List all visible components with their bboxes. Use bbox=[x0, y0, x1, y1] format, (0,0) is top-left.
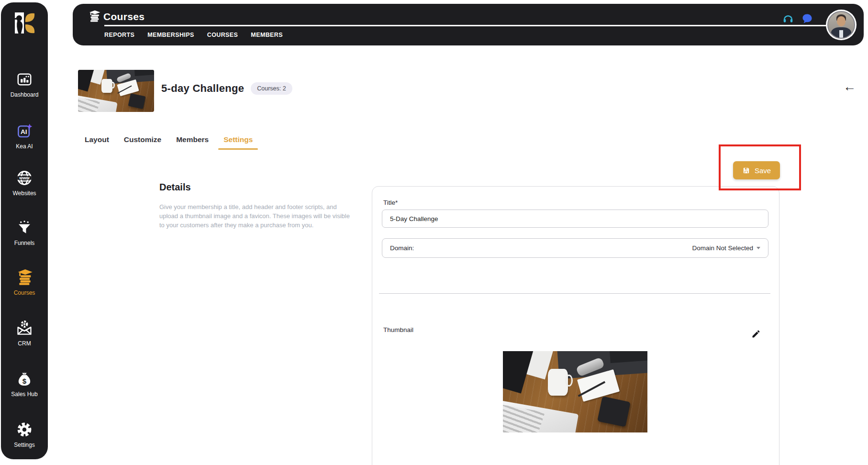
settings-gear-icon bbox=[1, 419, 48, 441]
domain-selected-value: Domain Not Selected bbox=[692, 244, 753, 252]
page: Dashboard AI Kea AI www Websites Funnels… bbox=[0, 0, 868, 465]
tab-settings[interactable]: Settings bbox=[223, 135, 253, 148]
domain-select[interactable]: Domain: Domain Not Selected bbox=[382, 238, 768, 258]
course-thumbnail-image bbox=[78, 70, 154, 112]
chevron-down-icon bbox=[757, 247, 760, 249]
nav-item-members[interactable]: MEMBERS bbox=[251, 32, 283, 38]
course-title: 5-day Challenge bbox=[161, 82, 244, 95]
edit-thumbnail-pencil-icon[interactable] bbox=[751, 329, 761, 341]
top-header: Courses REPORTS MEMBERSHIPS COURSES MEMB… bbox=[73, 4, 864, 45]
courses-count-badge: Courses: 2 bbox=[251, 82, 292, 95]
page-title: Courses bbox=[103, 11, 145, 22]
websites-icon: www bbox=[1, 167, 48, 189]
back-arrow-icon[interactable]: ← bbox=[843, 80, 856, 93]
thumbnail-preview-image bbox=[503, 351, 647, 432]
course-header: 5-day Challenge Courses: 2 bbox=[161, 82, 292, 95]
sidebar-item-label: Funnels bbox=[1, 240, 48, 246]
sidebar-item-kea-ai[interactable]: AI Kea AI bbox=[1, 120, 48, 150]
tab-customize[interactable]: Customize bbox=[124, 135, 161, 148]
sidebar-item-funnels[interactable]: Funnels bbox=[1, 217, 48, 246]
avatar-photo bbox=[827, 11, 855, 39]
courses-icon bbox=[1, 266, 48, 288]
sidebar-item-sales-hub[interactable]: $ Sales Hub bbox=[1, 368, 48, 398]
courses-stack-icon bbox=[87, 9, 101, 25]
sidebar-item-label: CRM bbox=[1, 340, 48, 347]
tab-layout[interactable]: Layout bbox=[85, 135, 109, 148]
sidebar-item-websites[interactable]: www Websites bbox=[1, 167, 48, 197]
sidebar-item-label: Settings bbox=[1, 442, 48, 448]
details-description: Give your membership a title, add header… bbox=[159, 203, 351, 230]
sidebar-item-label: Courses bbox=[1, 289, 48, 296]
title-input[interactable] bbox=[382, 210, 768, 228]
sidebar-item-label: Websites bbox=[1, 190, 48, 197]
header-divider bbox=[104, 25, 828, 26]
support-headphones-icon[interactable] bbox=[782, 12, 794, 27]
floppy-disk-icon bbox=[742, 166, 750, 175]
sidebar-item-crm[interactable]: CRM bbox=[1, 317, 48, 347]
svg-text:$: $ bbox=[22, 377, 27, 385]
settings-form-card: Title* Domain: Domain Not Selected Thumb… bbox=[372, 186, 779, 465]
svg-text:AI: AI bbox=[21, 128, 27, 135]
chat-bubble-icon[interactable] bbox=[801, 12, 813, 27]
title-field-label: Title* bbox=[383, 199, 398, 206]
sales-hub-icon: $ bbox=[1, 368, 48, 390]
bird-leaf-logo-icon bbox=[10, 8, 40, 39]
nav-item-memberships[interactable]: MEMBERSHIPS bbox=[147, 32, 194, 38]
sidebar-item-dashboard[interactable]: Dashboard bbox=[1, 68, 48, 98]
user-avatar[interactable] bbox=[826, 10, 857, 40]
sidebar-item-label: Sales Hub bbox=[1, 391, 48, 398]
dashboard-icon bbox=[1, 68, 48, 90]
nav-item-reports[interactable]: REPORTS bbox=[104, 32, 134, 38]
funnels-icon bbox=[1, 217, 48, 239]
domain-label: Domain: bbox=[390, 244, 414, 252]
sidebar-item-courses[interactable]: Courses bbox=[1, 266, 48, 296]
sidebar-item-label: Dashboard bbox=[1, 91, 48, 98]
course-tabs: Layout Customize Members Settings bbox=[85, 135, 253, 148]
sidebar-item-label: Kea AI bbox=[1, 143, 48, 150]
sidebar: Dashboard AI Kea AI www Websites Funnels… bbox=[1, 2, 48, 459]
svg-text:www: www bbox=[19, 176, 30, 180]
section-divider bbox=[379, 293, 770, 294]
crm-icon bbox=[1, 317, 48, 339]
sidebar-item-settings[interactable]: Settings bbox=[1, 419, 48, 448]
thumbnail-label: Thumbnail bbox=[383, 326, 413, 333]
nav-item-courses[interactable]: COURSES bbox=[207, 32, 238, 38]
save-button[interactable]: Save bbox=[733, 161, 780, 179]
details-heading: Details bbox=[159, 182, 191, 193]
header-nav: REPORTS MEMBERSHIPS COURSES MEMBERS bbox=[104, 32, 283, 38]
save-button-label: Save bbox=[755, 166, 771, 175]
tab-members[interactable]: Members bbox=[176, 135, 209, 148]
brand-logo[interactable] bbox=[10, 8, 40, 39]
kea-ai-icon: AI bbox=[1, 120, 48, 142]
